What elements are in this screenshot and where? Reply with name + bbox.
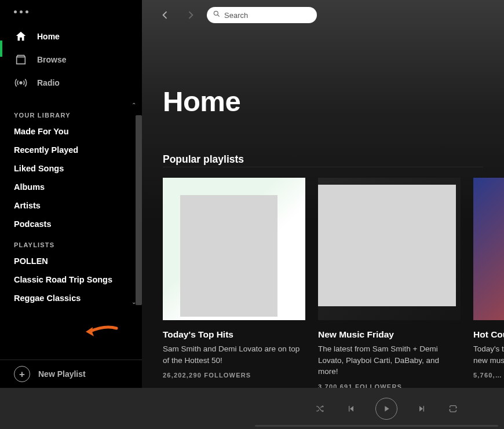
- sidebar-item-liked-songs[interactable]: Liked Songs: [0, 159, 142, 178]
- playlists-heading: PLAYLISTS: [0, 233, 142, 252]
- sidebar-item-made-for-you[interactable]: Made For You: [0, 122, 142, 141]
- scrollbar-thumb[interactable]: [136, 115, 142, 305]
- playlist-cover: [473, 178, 504, 320]
- nav-back-button[interactable]: [156, 6, 174, 24]
- playlist-card-new-music-friday[interactable]: New Music Friday The latest from Sam Smi…: [318, 178, 461, 388]
- playlist-desc: Today's top country hits of the week, wi…: [473, 343, 504, 366]
- sidebar-bottom: + New Playlist: [0, 360, 142, 388]
- scroll-down-icon[interactable]: ⌄: [132, 299, 136, 305]
- new-playlist-label: New Playlist: [38, 369, 86, 379]
- image-placeholder: [318, 185, 456, 306]
- playlist-card-hot-country[interactable]: Hot Country Today's top country hits of …: [473, 178, 504, 388]
- next-button[interactable]: [415, 402, 429, 416]
- play-button[interactable]: [375, 398, 397, 420]
- svg-point-1: [214, 11, 218, 15]
- shuffle-button[interactable]: [313, 402, 327, 416]
- plus-icon: +: [14, 366, 30, 382]
- sidebar-item-podcasts[interactable]: Podcasts: [0, 215, 142, 233]
- home-icon: [14, 30, 28, 43]
- active-indicator: [0, 41, 2, 57]
- browse-icon: [14, 53, 28, 67]
- section-rule: [163, 167, 483, 167]
- playlist-followers: 3,700,691 FOLLOWERS: [318, 383, 461, 388]
- page-title: Home: [163, 85, 483, 118]
- svg-point-0: [20, 82, 22, 84]
- playlist-title: New Music Friday: [318, 329, 461, 340]
- new-playlist-button[interactable]: + New Playlist: [14, 366, 128, 382]
- sidebar-playlist-classic-road-trip[interactable]: Classic Road Trip Songs: [0, 270, 142, 289]
- playlist-cards: Today's Top Hits Sam Smith and Demi Lova…: [163, 178, 483, 388]
- playlist-desc: The latest from Sam Smith + Demi Lovato,…: [318, 343, 461, 377]
- window-menu-dots[interactable]: [0, 0, 142, 20]
- image-placeholder: [180, 195, 277, 317]
- sidebar-item-artists[interactable]: Artists: [0, 196, 142, 215]
- section-title-popular: Popular playlists: [163, 153, 483, 166]
- nav-main: Home Browse Radio: [0, 20, 142, 104]
- playlist-followers: 5,760,… FOLLOWERS: [473, 372, 504, 379]
- playlist-followers: 26,202,290 FOLLOWERS: [163, 372, 305, 379]
- playlist-cover: [318, 178, 461, 320]
- sidebar-playlist-reggae-classics[interactable]: Reggae Classics: [0, 289, 142, 307]
- playlist-title: Today's Top Hits: [163, 329, 305, 340]
- nav-home-label: Home: [37, 32, 60, 41]
- radio-icon: [14, 76, 28, 90]
- progress-bar[interactable]: [255, 425, 498, 427]
- nav-radio-label: Radio: [37, 78, 60, 87]
- nav-browse[interactable]: Browse: [5, 48, 137, 71]
- previous-button[interactable]: [344, 402, 358, 416]
- sidebar-item-recently-played[interactable]: Recently Played: [0, 141, 142, 159]
- nav-forward-button[interactable]: [181, 6, 200, 24]
- search-box[interactable]: [207, 7, 317, 23]
- playlist-title: Hot Country: [473, 329, 504, 340]
- playlist-card-todays-top-hits[interactable]: Today's Top Hits Sam Smith and Demi Lova…: [163, 178, 305, 388]
- playlist-desc: Sam Smith and Demi Lovato are on top of …: [163, 343, 305, 366]
- library-heading: YOUR LIBRARY: [0, 104, 142, 122]
- sidebar-scrollable: ⌃ YOUR LIBRARY Made For You Recently Pla…: [0, 104, 142, 307]
- sidebar: Home Browse Radio ⌃ YOUR LIBRARY Made Fo…: [0, 0, 142, 388]
- repeat-button[interactable]: [446, 402, 460, 416]
- sidebar-item-albums[interactable]: Albums: [0, 178, 142, 196]
- playlist-cover: [163, 178, 305, 320]
- search-icon: [213, 10, 221, 20]
- player-bar: [0, 388, 504, 429]
- nav-home[interactable]: Home: [5, 25, 137, 48]
- scroll-up-icon[interactable]: ⌃: [132, 102, 136, 108]
- search-input[interactable]: [224, 11, 311, 20]
- main-content: Home Popular playlists Today's Top Hits …: [142, 0, 504, 388]
- sidebar-playlist-pollen[interactable]: POLLEN: [0, 252, 142, 270]
- nav-radio[interactable]: Radio: [5, 71, 137, 94]
- top-bar: [142, 0, 504, 30]
- nav-browse-label: Browse: [37, 55, 67, 64]
